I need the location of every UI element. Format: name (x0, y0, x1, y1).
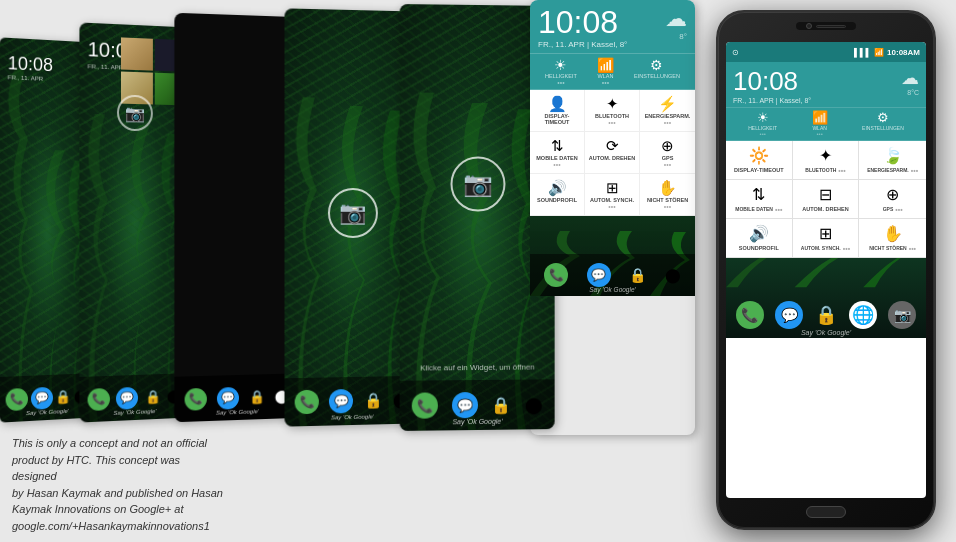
main-notif-time: 10:08 (733, 67, 811, 96)
main-wifi[interactable]: 📶 WLAN ••• (812, 110, 828, 137)
main-lock-btn: 🔒 (815, 304, 837, 326)
quick-settings-grid: 👤 DISPLAY-TIMEOUT ✦ BLUETOOTH ••• ⚡ ENER… (530, 90, 695, 216)
lock-icon-3: 🔒 (249, 389, 265, 404)
qs-gps[interactable]: ⊕ GPS ••• (640, 132, 695, 173)
notification-header: 10:08 FR., 11. APR | Kassel, 8° ☁ 8° (530, 0, 695, 53)
scene: ▌▌ ⊡ 10:08 FR., 11. APR 📞 💬 🔒 ⬤ Say 'Ok … (0, 0, 956, 542)
phone-screen-6: 10:08 FR., 11. APR | Kassel, 8° ☁ 8° ☀ H… (530, 0, 695, 435)
qs-energy[interactable]: ⚡ ENERGIESPARM. ••• (640, 90, 695, 131)
main-notif-date: FR., 11. APR | Kassel, 8° (733, 97, 811, 104)
main-settings[interactable]: ⚙ EINSTELLUNGEN (862, 110, 904, 137)
qs-row-1: 👤 DISPLAY-TIMEOUT ✦ BLUETOOTH ••• ⚡ ENER… (530, 90, 695, 132)
time-display-1: 10:08 (8, 53, 53, 76)
main-status-time: 10:08AM (887, 48, 920, 57)
message-icon-5[interactable]: 💬 (452, 392, 478, 418)
main-qs-sound[interactable]: 🔊 SOUNDPROFIL (726, 219, 793, 257)
main-qs-grid: 🔆 DISPLAY-TIMEOUT ✦ BLUETOOTH••• 🍃 ENERG… (726, 141, 926, 258)
phone-icon-3[interactable]: 📞 (185, 387, 207, 410)
camera-widget-2[interactable]: 📷 (117, 94, 153, 131)
main-quick-toggle: ☀ HELLIGKEIT ••• 📶 WLAN ••• ⚙ EINSTELLUN… (726, 107, 926, 141)
main-chrome-btn[interactable]: 🌐 (849, 301, 877, 329)
main-weather: ☁ 8°C (901, 67, 919, 96)
lock-icon-2: 🔒 (145, 389, 161, 405)
phone-icon-1[interactable]: 📞 (6, 387, 28, 410)
qs-row-3: 🔊 SOUNDPROFIL ⊞ AUTOM. SYNCH. ••• ✋ NICH… (530, 174, 695, 216)
qs-auto-sync[interactable]: ⊞ AUTOM. SYNCH. ••• (585, 174, 640, 215)
message-icon-3[interactable]: 💬 (217, 386, 239, 409)
say-google-6: Say 'Ok Google' (530, 286, 695, 293)
qs-sound-profile[interactable]: 🔊 SOUNDPROFIL (530, 174, 585, 215)
caption-line3: google.com/+Hasankaymakinnovations1 (12, 520, 210, 532)
notif-time: 10:08 (538, 6, 627, 38)
caption-line1: This is only a concept and not an offici… (12, 437, 207, 482)
main-qs-sync[interactable]: ⊞ AUTOM. SYNCH.••• (793, 219, 860, 257)
phone-icon-6[interactable]: 📞 (544, 263, 568, 287)
main-notif-header: 10:08 FR., 11. APR | Kassel, 8° ☁ 8°C (726, 62, 926, 107)
phone-screen-3: ▌▌▌ ⊡ 📞 💬 🔒 ⬤ Say 'Ok Google' (174, 13, 299, 422)
caption: This is only a concept and not an offici… (12, 435, 226, 534)
main-qs-energy[interactable]: 🍃 ENERGIESPARM.••• (859, 141, 926, 179)
chrome-icon-6[interactable]: ⬤ (665, 267, 681, 283)
main-phone-btn[interactable]: 📞 (736, 301, 764, 329)
message-icon-4[interactable]: 💬 (329, 389, 353, 414)
home-button[interactable] (806, 506, 846, 518)
camera-circle-4[interactable]: 📷 (327, 187, 377, 237)
brightness-toggle[interactable]: ☀ HELLIGKEIT ••• (545, 57, 577, 86)
phone-screen-2: ▌▌▌ ⊡ 10:08 FR., 11. APR 📷 📞 💬 🔒 ⬤ Say '… (79, 22, 189, 422)
main-qs-row-2: ⇅ MOBILE DATEN••• ⊟ AUTOM. DREHEN ⊕ GPS•… (726, 180, 926, 219)
qs-row-2: ⇅ MOBILE DATEN ••• ⟳ AUTOM. DREHEN ⊕ GPS… (530, 132, 695, 174)
main-qs-row-1: 🔆 DISPLAY-TIMEOUT ✦ BLUETOOTH••• 🍃 ENERG… (726, 141, 926, 180)
date-display-2: FR., 11. APR (88, 63, 123, 70)
main-status-bar: ⊙ ▌▌▌ 📶 10:08AM (726, 42, 926, 62)
camera-circle-5[interactable]: 📷 (450, 156, 505, 211)
main-phone: ⊙ ▌▌▌ 📶 10:08AM 10:08 FR., 11. APR | Kas… (716, 10, 936, 530)
main-phone-screen: ⊙ ▌▌▌ 📶 10:08AM 10:08 FR., 11. APR | Kas… (726, 42, 926, 498)
bottom-fern-6: 📞 💬 🔒 ⬤ Say 'Ok Google' (530, 216, 695, 296)
lock-icon-5: 🔒 (491, 395, 511, 414)
message-icon-1[interactable]: 💬 (31, 386, 53, 409)
lock-icon-1: 🔒 (55, 389, 71, 405)
qs-mobile-data[interactable]: ⇅ MOBILE DATEN ••• (530, 132, 585, 173)
main-qs-rotate[interactable]: ⊟ AUTOM. DREHEN (793, 180, 860, 218)
wifi-toggle[interactable]: 📶 WLAN ••• (597, 57, 614, 86)
phone-icon-2[interactable]: 📞 (88, 387, 110, 410)
main-qs-gps[interactable]: ⊕ GPS••• (859, 180, 926, 218)
qs-display-timeout[interactable]: 👤 DISPLAY-TIMEOUT (530, 90, 585, 131)
main-qs-dnd[interactable]: ✋ NICHT STÖREN••• (859, 219, 926, 257)
message-icon-2[interactable]: 💬 (116, 386, 138, 409)
main-qs-row-3: 🔊 SOUNDPROFIL ⊞ AUTOM. SYNCH.••• ✋ NICHT… (726, 219, 926, 258)
main-qs-mobile[interactable]: ⇅ MOBILE DATEN••• (726, 180, 793, 218)
message-icon-6[interactable]: 💬 (587, 263, 611, 287)
qs-do-not-disturb[interactable]: ✋ NICHT STÖREN ••• (640, 174, 695, 215)
phone-icon-5[interactable]: 📞 (412, 392, 438, 418)
main-phone-body: ⊙ ▌▌▌ 📶 10:08AM 10:08 FR., 11. APR | Kas… (716, 10, 936, 530)
qs-auto-rotate[interactable]: ⟳ AUTOM. DREHEN (585, 132, 640, 173)
main-bottom-dock: 📞 💬 🔒 🌐 📷 (726, 297, 926, 333)
main-say-google: Say 'Ok Google' (726, 329, 926, 336)
weather-widget: ☁ 8° (665, 6, 687, 41)
settings-quick[interactable]: ⚙ EINSTELLUNGEN (634, 57, 680, 86)
caption-line2: by Hasan Kaymak and published on Hasan K… (12, 487, 223, 516)
main-msg-btn[interactable]: 💬 (775, 301, 803, 329)
quick-toggle-row: ☀ HELLIGKEIT ••• 📶 WLAN ••• ⚙ EINSTELLUN… (530, 53, 695, 90)
main-camera-btn[interactable]: 📷 (888, 301, 916, 329)
notif-date: FR., 11. APR | Kassel, 8° (538, 40, 627, 49)
phone-icon-4[interactable]: 📞 (295, 390, 319, 415)
top-speaker (796, 22, 856, 30)
main-qs-bt[interactable]: ✦ BLUETOOTH••• (793, 141, 860, 179)
main-bottom-fern: 📞 💬 🔒 🌐 📷 Say 'Ok Google' (726, 258, 926, 338)
lock-icon-6: 🔒 (629, 267, 646, 283)
main-brightness[interactable]: ☀ HELLIGKEIT ••• (748, 110, 777, 137)
main-qs-display[interactable]: 🔆 DISPLAY-TIMEOUT (726, 141, 793, 179)
qs-bluetooth[interactable]: ✦ BLUETOOTH ••• (585, 90, 640, 131)
lock-icon-4: 🔒 (364, 391, 383, 409)
